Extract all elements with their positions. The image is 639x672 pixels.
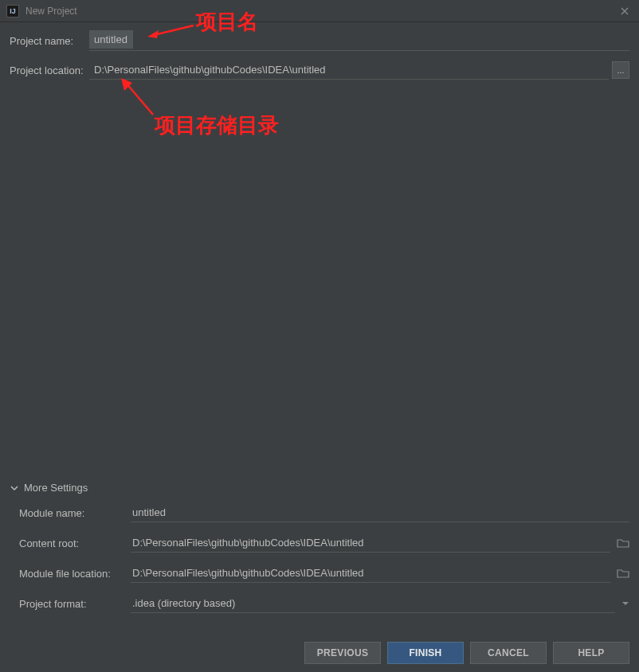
module-name-row: Module name:: [19, 503, 629, 522]
cancel-button[interactable]: CANCEL: [470, 642, 547, 664]
window-title: New Project: [25, 6, 617, 17]
project-location-row: Project location: ...: [10, 61, 629, 80]
ij-app-icon: IJ: [6, 5, 19, 18]
folder-icon[interactable]: [617, 537, 629, 549]
project-format-label: Project format:: [19, 598, 131, 610]
project-format-row: Project format: .idea (directory based): [19, 594, 629, 613]
chevron-down-icon: [621, 600, 629, 608]
project-format-select[interactable]: .idea (directory based): [131, 594, 615, 613]
finish-button[interactable]: FINISH: [387, 642, 464, 664]
titlebar: IJ New Project: [0, 0, 639, 22]
close-icon[interactable]: [617, 3, 633, 19]
project-location-input[interactable]: [89, 61, 609, 80]
content-root-row: Content root:: [19, 533, 629, 553]
more-settings-section: More Settings Module name: Content root:…: [10, 482, 629, 624]
button-bar: PREVIOUS FINISH CANCEL HELP: [304, 642, 629, 664]
folder-icon[interactable]: [617, 568, 629, 579]
project-name-input-wrap: untitled: [89, 30, 629, 51]
chevron-down-icon: [10, 483, 19, 493]
content-root-input[interactable]: [131, 533, 610, 553]
module-file-location-input[interactable]: [131, 564, 610, 583]
project-location-label: Project location:: [10, 64, 89, 76]
more-settings-toggle[interactable]: More Settings: [10, 482, 629, 494]
help-button[interactable]: HELP: [553, 642, 629, 664]
project-name-label: Project name:: [10, 35, 89, 47]
browse-location-button[interactable]: ...: [612, 61, 629, 79]
more-settings-label: More Settings: [24, 482, 88, 494]
previous-button[interactable]: PREVIOUS: [304, 642, 381, 664]
project-name-row: Project name: untitled: [10, 30, 629, 51]
content-root-label: Content root:: [19, 537, 131, 549]
more-settings-body: Module name: Content root: Module file l…: [10, 503, 629, 613]
annotation-project-storage: 项目存储目录: [155, 111, 279, 139]
project-name-input[interactable]: untitled: [89, 30, 133, 49]
module-name-input[interactable]: [131, 503, 629, 522]
module-file-location-label: Module file location:: [19, 568, 131, 580]
module-file-location-row: Module file location:: [19, 564, 629, 583]
main-content: Project name: untitled Project location:…: [0, 22, 639, 97]
module-name-label: Module name:: [19, 507, 131, 519]
